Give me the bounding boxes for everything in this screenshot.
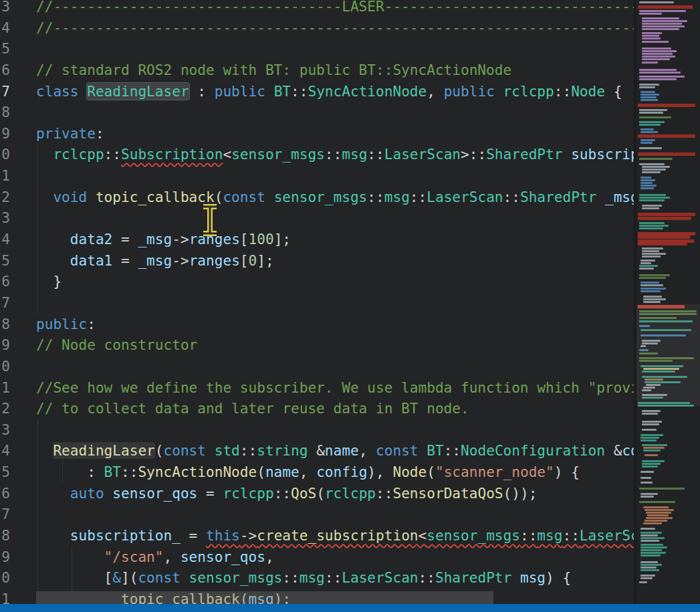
minimap-line xyxy=(642,53,673,55)
minimap-line xyxy=(642,20,687,22)
minimap-line xyxy=(640,552,666,554)
minimap-line xyxy=(642,253,666,255)
minimap-line xyxy=(642,421,662,423)
minimap-line xyxy=(642,17,679,19)
minimap-line xyxy=(642,207,659,209)
code-line[interactable]: 4 data2 = _msg->ranges[100]; xyxy=(0,229,635,250)
minimap-line xyxy=(642,410,661,412)
minimap-line xyxy=(640,437,659,439)
minimap-line xyxy=(640,564,662,566)
minimap-line xyxy=(640,131,658,133)
minimap-line xyxy=(642,62,658,64)
code-line[interactable]: 1//See how we define the subscriber. We … xyxy=(0,377,635,399)
code-line[interactable]: 0 rclcpp::Subscription<sensor_msgs::msg:… xyxy=(0,144,635,165)
minimap-line xyxy=(642,466,658,468)
code-line[interactable]: 9// Node constructor xyxy=(0,334,635,356)
minimap-line xyxy=(640,493,658,495)
code-line[interactable]: 3//----------------------------------LAS… xyxy=(0,0,635,17)
line-number: 4 xyxy=(0,440,10,462)
indent-guide xyxy=(72,546,72,591)
horizontal-scrollbar[interactable] xyxy=(36,591,493,604)
minimap-line xyxy=(639,227,663,229)
code-line[interactable]: 6// standard ROS2 node with BT: public B… xyxy=(0,60,635,81)
minimap-line xyxy=(639,199,665,201)
minimap-line xyxy=(642,429,657,431)
indent-guide xyxy=(37,144,38,314)
code-line[interactable]: 2 void topic_callback(const sensor_msgs:… xyxy=(0,187,635,208)
minimap-line xyxy=(647,514,669,516)
minimap-line xyxy=(639,78,677,80)
minimap-line xyxy=(642,56,675,58)
minimap-line xyxy=(642,41,669,43)
line-number: 7 xyxy=(0,504,10,525)
code-text: class ReadingLaser : public BT::SyncActi… xyxy=(10,81,622,102)
minimap-line xyxy=(639,488,685,490)
minimap-line xyxy=(645,520,667,522)
minimap-line xyxy=(640,177,651,179)
line-number: 8 xyxy=(0,525,10,546)
minimap-line xyxy=(640,182,653,184)
minimap-line xyxy=(639,158,673,160)
minimap-line xyxy=(639,109,667,111)
line-number: 0 xyxy=(0,356,10,377)
minimap-line xyxy=(639,86,655,88)
minimap-line xyxy=(642,463,661,465)
code-line[interactable]: 2// to collect data and later reuse data… xyxy=(0,398,635,419)
minimap-line xyxy=(643,522,662,524)
line-number: 5 xyxy=(0,462,10,483)
code-text xyxy=(10,165,36,187)
code-line[interactable]: 5 : BT::SyncActionNode(name, config), No… xyxy=(0,462,635,483)
minimap-line xyxy=(640,528,655,530)
code-line[interactable]: 6 auto sensor_qos = rclcpp::QoS(rclcpp::… xyxy=(0,483,635,504)
code-line[interactable]: 3 xyxy=(0,207,635,229)
minimap-line xyxy=(643,298,666,300)
code-lines: 3//----------------------------------LAS… xyxy=(0,0,635,610)
minimap-line xyxy=(639,265,658,267)
indent-guide xyxy=(62,462,63,483)
line-number: 4 xyxy=(0,17,10,39)
code-line[interactable]: 9 "/scan", sensor_qos, xyxy=(0,546,635,568)
minimap-line xyxy=(642,423,659,425)
minimap-line xyxy=(639,84,659,86)
code-text: // Node constructor xyxy=(10,334,197,356)
minimap-line xyxy=(640,91,655,93)
minimap-line xyxy=(643,506,669,508)
code-line[interactable]: 6 } xyxy=(0,271,635,292)
code-text xyxy=(10,356,36,377)
code-line[interactable]: 3 xyxy=(0,419,635,441)
code-line[interactable]: 5 xyxy=(0,38,635,60)
code-line[interactable]: 0 [&](const sensor_msgs::msg::LaserScan:… xyxy=(0,567,635,589)
code-line[interactable]: 7 xyxy=(0,504,635,525)
line-number: 7 xyxy=(0,81,10,102)
minimap-line xyxy=(639,225,669,227)
code-text: void topic_callback(const sensor_msgs::m… xyxy=(10,187,635,208)
minimap-line xyxy=(643,447,665,449)
code-line[interactable]: 4//-------------------------------------… xyxy=(0,17,635,39)
code-line[interactable]: 9private: xyxy=(0,123,635,144)
code-text: public: xyxy=(10,314,96,335)
line-number: 6 xyxy=(0,271,10,292)
minimap-line xyxy=(642,460,665,462)
code-line[interactable]: 8 xyxy=(0,102,635,123)
line-number: 9 xyxy=(0,546,10,568)
code-line[interactable]: 8public: xyxy=(0,314,635,335)
minimap-line xyxy=(640,532,662,534)
minimap-slider[interactable] xyxy=(636,304,700,406)
code-line[interactable]: 0 xyxy=(0,356,635,377)
minimap-line xyxy=(639,1,674,3)
code-line[interactable]: 5 data1 = _msg->ranges[0]; xyxy=(0,250,635,272)
line-number: 5 xyxy=(0,38,10,60)
line-number: 4 xyxy=(0,229,10,250)
minimap-line xyxy=(642,25,685,27)
minimap[interactable] xyxy=(636,0,700,604)
code-editor-pane[interactable]: 3//----------------------------------LAS… xyxy=(0,0,635,612)
code-line[interactable]: 7class ReadingLaser : public BT::SyncAct… xyxy=(0,81,635,102)
code-text: // to collect data and later reuse data … xyxy=(10,398,469,419)
code-line[interactable]: 7 xyxy=(0,292,635,314)
code-line[interactable]: 1 xyxy=(0,165,635,187)
code-line[interactable]: 8 subscription_ = this->create_subscript… xyxy=(0,525,635,546)
minimap-line xyxy=(639,13,662,15)
minimap-line xyxy=(640,544,663,546)
code-line[interactable]: 4 ReadingLaser(const std::string &name, … xyxy=(0,440,635,462)
code-text: //See how we define the subscriber. We u… xyxy=(10,377,635,399)
